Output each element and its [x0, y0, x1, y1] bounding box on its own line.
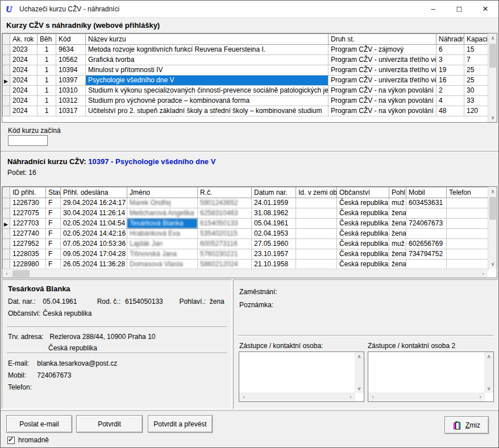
close-zmiz-button[interactable]: Zmiz: [444, 416, 489, 434]
cell[interactable]: [296, 198, 337, 208]
cell[interactable]: [296, 229, 337, 239]
cell[interactable]: žena: [389, 259, 406, 270]
course-row[interactable]: 2023 1 9634 Metoda rozvoje kognitivních …: [3, 45, 489, 55]
cell[interactable]: 1: [38, 96, 56, 106]
cell[interactable]: 724067673: [406, 219, 447, 229]
bulk-checkbox[interactable]: [7, 437, 15, 444]
cell-redacted-name[interactable]: Hrabánková Eva: [127, 229, 198, 239]
scroll-up-icon[interactable]: ∧: [355, 352, 364, 361]
cell[interactable]: žena: [389, 219, 406, 229]
cell[interactable]: 21.10.1958: [252, 259, 296, 270]
cell[interactable]: 48: [436, 106, 464, 116]
course-row-selected[interactable]: 2024 1 10397 Psychologie všedního dne V …: [3, 76, 489, 86]
confirm-transfer-button[interactable]: Potvrdit a převést: [148, 415, 213, 433]
scroll-right-icon[interactable]: ›: [479, 269, 488, 278]
cell[interactable]: 2024: [10, 106, 38, 116]
vertical-scrollbar[interactable]: ∧ ∨: [484, 352, 493, 393]
cell[interactable]: 05.04.1961: [252, 219, 296, 229]
applicant-row[interactable]: 1227740 F 02.05.2024 14:42:16 Hrabánková…: [3, 229, 489, 239]
cell[interactable]: 734794752: [406, 249, 447, 259]
cell[interactable]: 1227075: [10, 208, 46, 219]
cell[interactable]: Česká republika: [337, 239, 389, 249]
cell[interactable]: 3: [436, 55, 464, 65]
cell[interactable]: Studium k výkonu specializovaných činnos…: [86, 86, 328, 96]
cell[interactable]: 10397: [56, 76, 86, 86]
horizontal-scrollbar[interactable]: ‹ ›: [239, 392, 355, 401]
cell[interactable]: Česká republika: [337, 229, 389, 239]
cell[interactable]: 25: [464, 65, 489, 76]
cell[interactable]: 25: [464, 76, 489, 86]
cell[interactable]: [296, 249, 337, 259]
scroll-left-icon[interactable]: ‹: [239, 392, 248, 401]
scroll-up-icon[interactable]: ∧: [488, 187, 497, 196]
course-row[interactable]: 2024 1 10394 Minulost v přítomnosti IV P…: [3, 65, 489, 76]
cell[interactable]: 33: [464, 96, 489, 106]
cell[interactable]: Program CŽV - na výkon povolání: [328, 106, 436, 116]
cell[interactable]: 2024: [10, 86, 38, 96]
scroll-left-icon[interactable]: ‹: [2, 269, 11, 278]
scroll-down-icon[interactable]: ∨: [484, 384, 493, 393]
cell[interactable]: 31.08.1962: [252, 208, 296, 219]
cell[interactable]: F: [46, 259, 61, 270]
cell-redacted-rc[interactable]: 6005273116: [198, 239, 252, 249]
cell[interactable]: 1: [38, 55, 56, 65]
cell-selected-redacted-name[interactable]: Tesárková Blanka: [127, 219, 198, 229]
cell[interactable]: 1227952: [10, 239, 46, 249]
applicant-row[interactable]: 1226730 F 29.04.2024 16:24:17 Marek Ondř…: [3, 198, 489, 208]
cell[interactable]: 603453631: [406, 198, 447, 208]
cell[interactable]: Minulost v přítomnosti IV: [86, 65, 328, 76]
cell[interactable]: 9634: [56, 45, 86, 55]
scroll-down-icon[interactable]: ∨: [355, 384, 364, 393]
cell-redacted-name[interactable]: Domasová Vlasta: [127, 259, 198, 270]
cell[interactable]: 30: [464, 86, 489, 96]
scroll-right-icon[interactable]: ›: [476, 392, 485, 401]
cell[interactable]: F: [46, 219, 61, 229]
vertical-scrollbar[interactable]: ∧ ∨: [355, 352, 364, 393]
course-row[interactable]: 2024 1 10317 Učitelství pro 2. stupeň zá…: [3, 106, 489, 116]
scroll-right-icon[interactable]: ›: [346, 392, 355, 401]
cell[interactable]: Program CŽV - na výkon povolání: [328, 86, 436, 96]
cell[interactable]: 2024: [10, 65, 38, 76]
cell[interactable]: 2023: [10, 45, 38, 55]
cell[interactable]: [447, 219, 489, 229]
applicant-row[interactable]: 1228980 F 26.05.2024 11:36:28 Domasová V…: [3, 259, 489, 270]
cell[interactable]: 19: [436, 65, 464, 76]
cell[interactable]: [406, 229, 447, 239]
cell[interactable]: [296, 239, 337, 249]
cell[interactable]: Česká republika: [337, 249, 389, 259]
cell[interactable]: [447, 198, 489, 208]
cell[interactable]: [447, 208, 489, 219]
cell[interactable]: 1228980: [10, 259, 46, 270]
applicant-row-selected[interactable]: 1227703 F 02.05.2024 11:04:54 Tesárková …: [3, 219, 489, 229]
cell[interactable]: 2024: [10, 76, 38, 86]
cell-redacted-name[interactable]: Tišnovská Jana: [127, 249, 198, 259]
cell[interactable]: 1: [38, 45, 56, 55]
vertical-scrollbar[interactable]: ∧ ∨: [488, 187, 497, 269]
cell[interactable]: Česká republika: [337, 198, 389, 208]
scroll-down-icon[interactable]: ∨: [488, 113, 497, 122]
cell[interactable]: Učitelství pro 2. stupeň základní školy …: [86, 106, 328, 116]
cell[interactable]: 1227703: [10, 219, 46, 229]
cell[interactable]: 1: [38, 65, 56, 76]
cell[interactable]: 07.05.2024 10:53:36: [61, 239, 127, 249]
cell[interactable]: Studium pro výchovné poradce – kombinova…: [86, 96, 328, 106]
cell-redacted-name[interactable]: Lajdák Jan: [127, 239, 198, 249]
cell[interactable]: 02.05.2024 14:42:16: [61, 229, 127, 239]
cell[interactable]: 16: [436, 76, 464, 86]
cell[interactable]: 10394: [56, 65, 86, 76]
course-row[interactable]: 2024 1 10312 Studium pro výchovné poradc…: [3, 96, 489, 106]
cell[interactable]: 10562: [56, 55, 86, 65]
cell[interactable]: Program CŽV - na výkon povolání: [328, 96, 436, 106]
cell[interactable]: 15: [464, 45, 489, 55]
cell[interactable]: [447, 259, 489, 270]
cell[interactable]: 24.01.1959: [252, 198, 296, 208]
course-row[interactable]: 2024 1 10562 Grafická tvorba Program CŽV…: [3, 55, 489, 65]
cell[interactable]: [296, 219, 337, 229]
cell[interactable]: Metoda rozvoje kognitivních funkcí Reuve…: [86, 45, 328, 55]
cell[interactable]: 2: [436, 86, 464, 96]
cell[interactable]: 10310: [56, 86, 86, 96]
cell-redacted-rc[interactable]: 6154050133: [198, 219, 252, 229]
cell[interactable]: [447, 229, 489, 239]
cell-redacted-rc[interactable]: 5901243652: [198, 198, 252, 208]
cell[interactable]: F: [46, 208, 61, 219]
